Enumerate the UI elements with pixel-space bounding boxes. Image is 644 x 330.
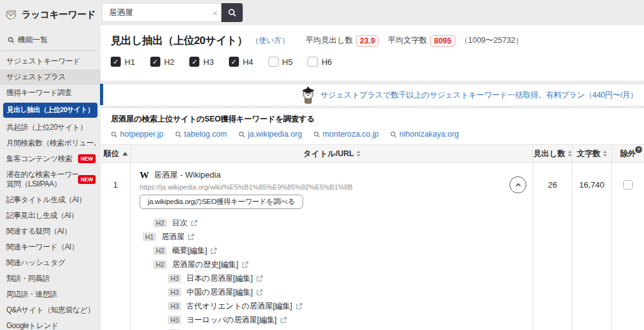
search-icon [111, 131, 118, 138]
help-icon[interactable]: ? [635, 146, 642, 153]
sidebar-item-label: 周辺語・連想語 [6, 290, 57, 299]
checkbox-box: ✓ [150, 57, 160, 67]
checkbox-box: ✓ [111, 57, 121, 67]
sidebar-item[interactable]: Q&Aサイト（知恵袋など） [0, 302, 101, 318]
domain-link[interactable]: tabelog.com [175, 130, 227, 139]
domain-link[interactable]: hotpepper.jp [111, 130, 164, 139]
avg-headings-badge: 23.9 [356, 35, 379, 47]
otter-logo-icon [5, 6, 18, 23]
sidebar-item[interactable]: 共起語（上位20サイト） [0, 120, 101, 135]
rank-cell: 1 [101, 163, 130, 330]
heading-text: 日本の居酒屋[編集] [186, 273, 252, 284]
sidebar-item-label: 潜在的な検索キーワード/質問（LSI/PAA） [6, 170, 78, 189]
search-control: × [102, 3, 243, 22]
external-link-icon[interactable] [280, 317, 287, 324]
heading-text: 目次 [172, 218, 187, 229]
heading-level-checkbox[interactable]: ✓ H5 [269, 57, 293, 67]
page-header-card: 見出し抽出（上位20サイト） （使い方） 平均見出し数 23.9 平均文字数 8… [101, 25, 644, 81]
sidebar-item[interactable]: 月間検索数（検索ボリューム） [0, 135, 101, 151]
checkbox-label: H1 [125, 57, 135, 67]
sidebar-functions-header[interactable]: 機能一覧 [1, 31, 97, 51]
promo-link[interactable]: サジェストプラスで数千以上のサジェストキーワード一括取得。有料プラン（440円〜… [320, 90, 638, 101]
col-rank[interactable]: 順位 [101, 145, 130, 162]
sidebar-item[interactable]: 記事タイトル生成（AI） [0, 192, 101, 208]
heading-item: H3 中国の居酒屋[編集] [140, 285, 533, 299]
search-icon [175, 131, 182, 138]
external-link-icon[interactable] [191, 220, 197, 227]
search-icon [313, 131, 320, 138]
col-chars[interactable]: 文字数 [572, 145, 611, 162]
exclude-cell [611, 163, 644, 330]
heading-text: 居酒屋の歴史[編集] [172, 259, 238, 270]
sidebar-item[interactable]: サジェストキーワード [0, 54, 101, 69]
results-section: 居酒屋の検索上位サイトのSEO獲得キーワードを調査する hotpepper.jp [101, 108, 644, 330]
heading-level-checkbox[interactable]: ✓ H4 [229, 57, 253, 67]
sidebar-item[interactable]: 周辺語・連想語 [0, 287, 101, 302]
sidebar-item[interactable]: 獲得キーワード調査 [0, 85, 101, 101]
site-title-link[interactable]: 居酒屋 - Wikipedia [153, 169, 221, 181]
app-logo[interactable]: ラッコキーワード [0, 0, 101, 31]
domain-link[interactable]: nihonizakaya.org [390, 130, 459, 139]
external-link-icon[interactable] [210, 248, 217, 254]
sidebar-item[interactable]: 記事見出し生成（AI） [0, 208, 101, 224]
external-link-icon[interactable] [242, 261, 248, 268]
external-link-icon[interactable] [187, 234, 194, 241]
external-link-icon[interactable] [296, 303, 303, 310]
avg-chars-badge: 8095 [430, 35, 455, 47]
external-link-icon[interactable] [256, 275, 263, 282]
check-icon: ✓ [113, 59, 118, 65]
col-title-label: タイトル/URL [303, 149, 353, 159]
sidebar-item[interactable]: サジェストプラス [0, 69, 101, 85]
page-title: 見出し抽出（上位20サイト） [111, 33, 248, 48]
sidebar-scrollbar-thumb[interactable] [100, 84, 103, 105]
heading-tag-badge: H3 [168, 302, 181, 311]
sidebar-item-label: Googleトレンド [6, 321, 58, 330]
sort-asc-icon [123, 152, 128, 156]
new-badge: NEW [78, 175, 96, 184]
heading-level-checkbox[interactable]: ✓ H1 [111, 57, 135, 67]
investigate-title: 居酒屋の検索上位サイトのSEO獲得キーワードを調査する [101, 114, 644, 125]
domain-link[interactable]: ja.wikipedia.org [238, 130, 302, 139]
avg-chars-label: 平均文字数 [387, 35, 427, 46]
col-title-url[interactable]: タイトル/URL [130, 145, 533, 162]
exclude-checkbox[interactable] [623, 180, 633, 190]
heading-tree: H2 目次 H1 居酒屋 [140, 216, 533, 330]
table-row: 1 W 居酒屋 - Wikipedia https://ja.wikipedia… [101, 163, 644, 330]
rank-value: 1 [113, 180, 118, 330]
col-headings[interactable]: 見出し数 [533, 145, 572, 162]
chars-count: 16,740 [579, 180, 604, 330]
domain-links: hotpepper.jp tabelog.com ja.wikipedia.or… [101, 125, 644, 144]
checkbox-label: H6 [321, 57, 332, 67]
domain-name: hotpepper.jp [120, 130, 164, 139]
sidebar-item-label: 獲得キーワード調査 [6, 88, 72, 98]
search-button[interactable] [221, 3, 243, 22]
sidebar-item-label: 共起語（上位20サイト） [6, 123, 87, 132]
title-url-cell: W 居酒屋 - Wikipedia https://ja.wikipedia.o… [130, 163, 533, 330]
heading-item: H2 目次 [140, 216, 533, 230]
sidebar-item[interactable]: 見出し抽出（上位20サイト） [3, 103, 97, 118]
sidebar-item[interactable]: Googleトレンド [0, 318, 101, 330]
keyword-search-input[interactable] [102, 3, 221, 22]
external-link-icon[interactable] [256, 289, 263, 296]
sidebar-item-label: 関連キーワード（AI） [6, 242, 79, 252]
sidebar-item[interactable]: 集客コンテンツ検索 NEW [0, 151, 101, 167]
sidebar-item[interactable]: 関連キーワード（AI） [0, 239, 101, 255]
sidebar-item[interactable]: 潜在的な検索キーワード/質問（LSI/PAA） NEW [0, 167, 101, 192]
col-headings-label: 見出し数 [533, 149, 565, 159]
sidebar: ラッコキーワード 機能一覧 サジェストキーワード サジェストプラス 獲得キーワー… [0, 0, 101, 330]
domain-link[interactable]: monteroza.co.jp [313, 130, 379, 139]
domain-name: nihonizakaya.org [399, 130, 459, 139]
sidebar-item-label: 関連ハッシュタグ [6, 258, 65, 268]
site-favicon: W [140, 170, 149, 181]
sidebar-item[interactable]: 関連する疑問（AI） [0, 224, 101, 239]
collapse-row-button[interactable] [509, 176, 526, 193]
seo-keywords-button[interactable]: ja.wikipedia.orgのSEO獲得キーワードを調べる [140, 195, 303, 209]
heading-level-checkbox[interactable]: ✓ H3 [189, 57, 214, 67]
heading-item: H3 ヨーロッパの居酒屋[編集] [140, 313, 533, 327]
heading-level-checkbox[interactable]: ✓ H2 [150, 57, 175, 67]
sidebar-item[interactable]: 類語・同義語 [0, 271, 101, 287]
heading-level-checkbox[interactable]: ✓ H6 [308, 57, 332, 67]
usage-link[interactable]: （使い方） [252, 35, 289, 46]
sidebar-item[interactable]: 関連ハッシュタグ [0, 255, 101, 271]
clear-search-icon[interactable]: × [209, 8, 221, 18]
